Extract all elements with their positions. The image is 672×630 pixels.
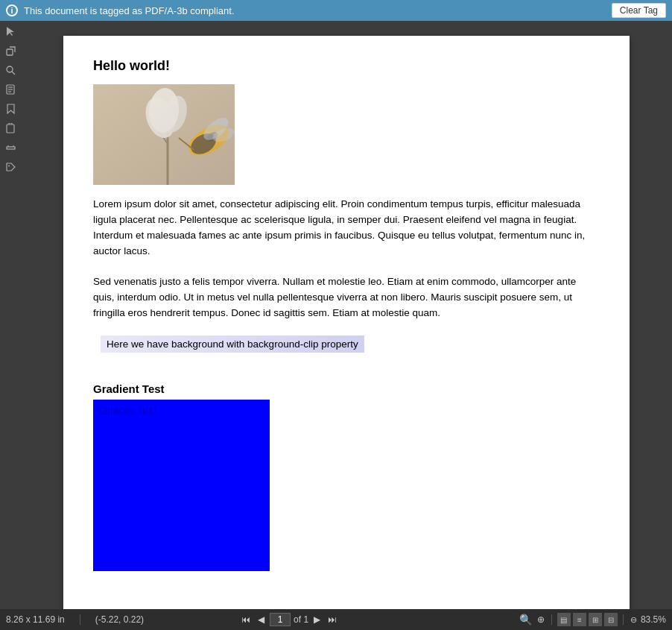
first-page-button[interactable]: ⏮ (239, 614, 253, 625)
dimensions-section: 8.26 x 11.69 in (6, 614, 65, 625)
next-page-button[interactable]: ▶ (311, 614, 323, 625)
clear-tag-button[interactable]: Clear Tag (612, 3, 666, 18)
prev-page-button[interactable]: ◀ (256, 614, 267, 625)
page-title: Hello world! (93, 58, 600, 74)
blue-box: Opacity Test (93, 400, 270, 571)
svg-rect-26 (93, 84, 235, 185)
svg-line-3 (12, 72, 15, 75)
coordinates: (-5.22, 0.22) (95, 614, 144, 625)
notification-text: This document is tagged as PDF/A-3b comp… (24, 5, 606, 16)
sidebar-icon-page[interactable] (3, 82, 18, 97)
highlight-text-container: Here we have background with background-… (93, 336, 600, 368)
sidebar-icon-edit[interactable] (3, 43, 18, 58)
svg-rect-1 (7, 49, 13, 55)
zoom-out-icon[interactable]: 🔍 (518, 614, 533, 626)
pdf-page: Hello world! (63, 36, 630, 609)
page-total: of 1 (294, 614, 308, 625)
coordinates-section: (-5.22, 0.22) (95, 614, 144, 625)
single-page-view-icon[interactable]: ▤ (557, 613, 571, 626)
paragraph2: Sed venenatis justo a felis tempor viver… (93, 274, 600, 321)
sidebar-icon-clipboard[interactable] (3, 121, 18, 136)
svg-rect-9 (7, 147, 15, 149)
grid-view-icon[interactable]: ⊟ (604, 613, 618, 626)
two-page-view-icon[interactable]: ⊞ (589, 613, 602, 626)
status-divider-2 (551, 614, 552, 625)
last-page-button[interactable]: ⏭ (326, 614, 339, 625)
sidebar-icon-zoom[interactable] (3, 63, 18, 78)
highlight-text: Here we have background with background-… (101, 336, 364, 353)
notification-bar: i This document is tagged as PDF/A-3b co… (0, 0, 672, 21)
svg-point-13 (8, 165, 10, 166)
svg-rect-8 (7, 125, 14, 133)
gradient-title: Gradient Test (93, 382, 600, 395)
page-navigation: ⏮ ◀ of 1 ▶ ⏭ (239, 613, 339, 626)
page-dimensions: 8.26 x 11.69 in (6, 614, 65, 625)
svg-point-2 (7, 66, 13, 72)
zoom-in-icon[interactable]: ⊕ (536, 614, 546, 625)
paragraph1: Lorem ipsum dolor sit amet, consectetur … (93, 197, 600, 259)
zoom-fit-icon[interactable]: ⊖ (629, 615, 638, 625)
opacity-text: Opacity Test (95, 401, 161, 419)
status-bar: 8.26 x 11.69 in (-5.22, 0.22) ⏮ ◀ of 1 ▶… (0, 609, 672, 630)
sidebar (0, 21, 21, 609)
zoom-level: 83.5% (641, 614, 666, 625)
main-area: Hello world! (0, 21, 672, 609)
sidebar-icon-measure[interactable] (3, 140, 18, 155)
sidebar-icon-tag[interactable] (3, 160, 18, 174)
view-icons: 🔍 ⊕ ▤ ≡ ⊞ ⊟ ⊖ 83.5% (518, 613, 666, 626)
status-divider-1 (80, 614, 80, 625)
continuous-view-icon[interactable]: ≡ (573, 613, 586, 626)
bee-image (93, 84, 235, 185)
page-number-input[interactable] (270, 613, 291, 626)
status-divider-3 (623, 614, 624, 625)
sidebar-icon-pointer[interactable] (3, 24, 18, 39)
sidebar-icon-bookmark[interactable] (3, 101, 18, 116)
info-icon: i (6, 4, 18, 16)
document-area: Hello world! (21, 21, 672, 609)
svg-marker-0 (7, 27, 14, 36)
